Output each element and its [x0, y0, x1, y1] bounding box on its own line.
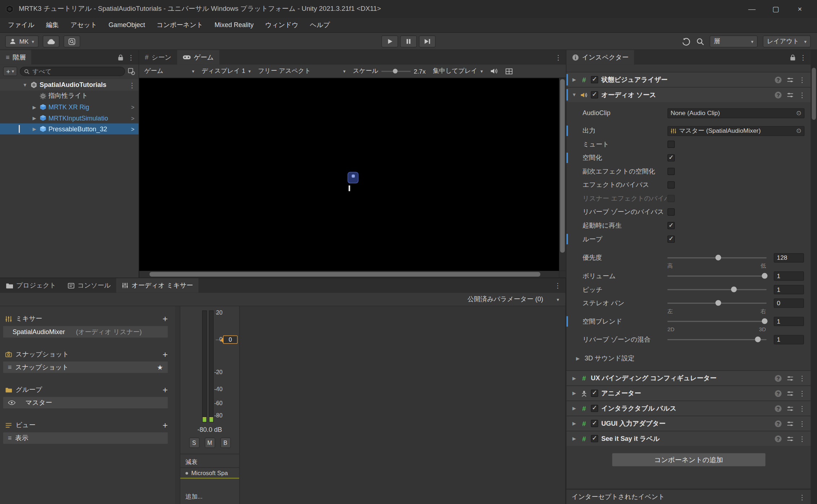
- minimize-button[interactable]: —: [740, 0, 764, 18]
- spatial-blend-slider[interactable]: [668, 318, 766, 325]
- tree-row-mrtk-input-simulator[interactable]: ▶ MRTKInputSimulatio >: [0, 113, 139, 123]
- loop-checkbox[interactable]: [668, 236, 675, 243]
- kebab-menu-icon[interactable]: ⋮: [799, 435, 805, 442]
- cloud-button[interactable]: [43, 35, 59, 47]
- kebab-menu-icon[interactable]: ⋮: [799, 494, 805, 500]
- view-item[interactable]: ≡ 表示: [3, 432, 168, 444]
- tree-row-directional-light[interactable]: 指向性ライト: [0, 91, 139, 101]
- object-picker-icon[interactable]: ⊙: [796, 127, 801, 134]
- menu-assets[interactable]: アセット: [65, 18, 103, 32]
- volume-slider[interactable]: [668, 272, 766, 280]
- scrollbar-thumb[interactable]: [812, 68, 816, 120]
- intercepted-events-bar[interactable]: インターセプトされたイベント ⋮: [566, 488, 811, 504]
- game-target-dropdown[interactable]: ゲーム ▾: [144, 67, 195, 76]
- mute-audio-icon[interactable]: [490, 68, 498, 75]
- component-ux-binding-configurator[interactable]: ▶ # UX バインディング コンフィギュレーター ? ⋮: [566, 371, 811, 386]
- effect-spatializer-row[interactable]: Microsoft Spa: [180, 468, 239, 479]
- pitch-value-field[interactable]: 1: [774, 285, 804, 294]
- account-dropdown[interactable]: MK ▾: [5, 35, 38, 47]
- help-icon[interactable]: ?: [775, 76, 782, 83]
- bypass-effects-checkbox[interactable]: [668, 181, 675, 188]
- mute-button[interactable]: M: [205, 438, 215, 448]
- kebab-menu-icon[interactable]: ⋮: [555, 54, 562, 61]
- lock-icon[interactable]: [118, 54, 123, 61]
- chevron-down-icon[interactable]: ▼: [22, 82, 28, 87]
- published-parameters-dropdown[interactable]: 公開済みパラメーター (0): [468, 295, 543, 304]
- play-button[interactable]: [381, 35, 398, 47]
- scene-row[interactable]: ▼ SpatialAudioTutorials ⋮: [0, 79, 139, 91]
- pitch-slider[interactable]: [668, 286, 766, 293]
- hierarchy-search-input[interactable]: すべて: [20, 67, 125, 76]
- step-button[interactable]: [419, 35, 436, 47]
- tab-game[interactable]: ゲーム: [177, 50, 219, 65]
- chevron-right-icon[interactable]: ▶: [31, 126, 38, 131]
- sound-3d-settings-foldout[interactable]: ▶ 3D サウンド設定: [566, 352, 811, 365]
- help-icon[interactable]: ?: [775, 435, 782, 442]
- chevron-right-icon[interactable]: ▶: [571, 406, 577, 411]
- snapshot-item[interactable]: ≡ スナップショット ★: [3, 361, 168, 373]
- tab-hierarchy[interactable]: ≡ 階層: [0, 50, 31, 65]
- menu-edit[interactable]: 編集: [40, 18, 65, 32]
- kebab-menu-icon[interactable]: ⋮: [799, 375, 805, 382]
- component-enabled-checkbox[interactable]: [591, 76, 598, 83]
- add-effect-button[interactable]: 追加...: [185, 493, 202, 501]
- kebab-menu-icon[interactable]: ⋮: [128, 54, 135, 61]
- game-vertical-scrollbar[interactable]: [559, 78, 566, 271]
- bypass-reverb-checkbox[interactable]: [668, 209, 675, 216]
- add-snapshot-button[interactable]: +: [163, 350, 168, 359]
- menu-mixed-reality[interactable]: Mixed Reality: [209, 18, 259, 32]
- play-on-awake-checkbox[interactable]: [668, 222, 675, 229]
- priority-slider[interactable]: [668, 254, 766, 262]
- preset-icon[interactable]: [787, 375, 794, 381]
- tab-project[interactable]: プロジェクト: [0, 278, 62, 293]
- preset-icon[interactable]: [787, 436, 794, 442]
- solo-button[interactable]: S: [189, 438, 199, 448]
- object-picker-icon[interactable]: ⊙: [796, 109, 801, 117]
- add-gameobject-button[interactable]: +▾: [3, 67, 17, 76]
- layers-dropdown[interactable]: 層 ▾: [710, 35, 758, 47]
- prefab-open-chevron[interactable]: >: [131, 115, 139, 121]
- chevron-right-icon[interactable]: ▶: [571, 77, 577, 82]
- component-ugui-input-adapter[interactable]: ▶ # UGUI 入力アダプター ? ⋮: [566, 416, 811, 431]
- scrollbar-thumb[interactable]: [560, 79, 565, 253]
- audioclip-field[interactable]: None (Audio Clip) ⊙: [668, 108, 805, 118]
- help-icon[interactable]: ?: [775, 420, 782, 427]
- kebab-menu-icon[interactable]: ⋮: [799, 420, 805, 427]
- help-icon[interactable]: ?: [775, 375, 782, 382]
- preset-icon[interactable]: [787, 77, 794, 83]
- component-animator[interactable]: ▶ アニメーター ? ⋮: [566, 385, 811, 400]
- chevron-right-icon[interactable]: ▶: [571, 436, 577, 441]
- menu-window[interactable]: ウィンドウ: [259, 18, 304, 32]
- volume-fader-handle[interactable]: 0: [223, 336, 237, 344]
- star-icon[interactable]: ★: [157, 363, 163, 371]
- pause-button[interactable]: [400, 35, 417, 47]
- help-icon[interactable]: ?: [775, 405, 782, 412]
- game-horizontal-scrollbar[interactable]: [139, 271, 559, 278]
- version-control-button[interactable]: [63, 35, 80, 47]
- tab-console[interactable]: コンソール: [62, 278, 116, 293]
- tree-row-pressable-button[interactable]: ▶ PressableButton_32 >: [0, 123, 139, 134]
- tab-inspector[interactable]: インスペクター: [566, 50, 634, 65]
- game-viewport[interactable]: [139, 78, 566, 278]
- inspector-scrollbar[interactable]: [811, 50, 817, 504]
- focus-play-dropdown[interactable]: 集中してプレイ ▾: [433, 67, 483, 76]
- tree-row-mrtk-xr-rig[interactable]: ▶ MRTK XR Rig >: [0, 102, 139, 113]
- layout-dropdown[interactable]: レイアウト ▾: [763, 35, 811, 47]
- search-icon[interactable]: [696, 37, 704, 45]
- spatial-blend-value-field[interactable]: 1: [774, 317, 804, 326]
- help-icon[interactable]: ?: [775, 91, 782, 98]
- history-icon[interactable]: [682, 37, 691, 46]
- chevron-right-icon[interactable]: ▶: [571, 421, 577, 426]
- kebab-menu-icon[interactable]: ⋮: [799, 405, 805, 412]
- stats-grid-icon[interactable]: [505, 68, 512, 74]
- reverb-mix-slider[interactable]: [668, 336, 766, 343]
- component-enabled-checkbox[interactable]: [591, 420, 598, 427]
- add-mixer-button[interactable]: +: [163, 314, 168, 323]
- menu-help[interactable]: ヘルプ: [304, 18, 336, 32]
- add-component-button[interactable]: コンポーネントの追加: [611, 453, 765, 467]
- chevron-right-icon[interactable]: ▶: [571, 376, 577, 381]
- aspect-dropdown[interactable]: フリー アスペクト ▾: [258, 67, 346, 76]
- kebab-menu-icon[interactable]: ⋮: [129, 82, 136, 88]
- menu-file[interactable]: ファイル: [2, 18, 40, 32]
- maximize-button[interactable]: ▢: [764, 0, 788, 18]
